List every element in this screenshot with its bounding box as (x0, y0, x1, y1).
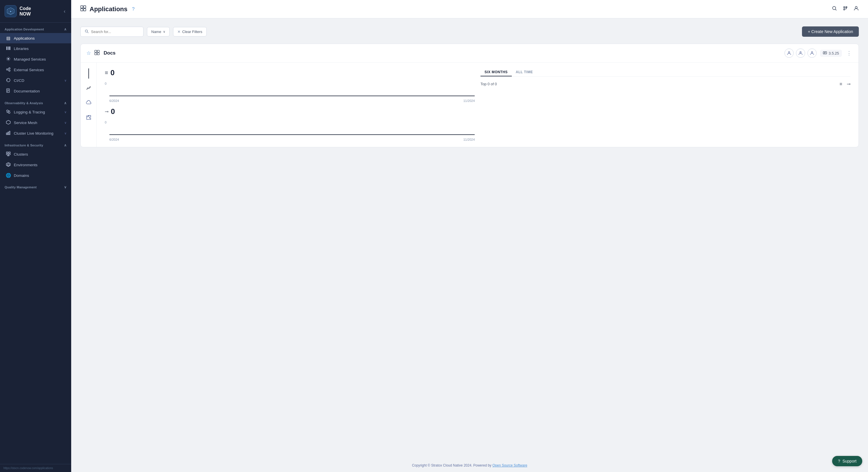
chevron-up-icon: ∧ (64, 27, 67, 31)
name-filter-button[interactable]: Name ∨ (147, 27, 169, 36)
chart-content: ≡ 0 0 6/2024 11/2024 (97, 63, 859, 147)
svg-rect-44 (95, 50, 97, 52)
sidebar-item-documentation[interactable]: Documentation (0, 86, 71, 96)
managed-services-icon (6, 57, 11, 62)
badge-1[interactable] (784, 49, 794, 58)
metric2-icon: ⊸ (105, 109, 108, 114)
puzzle-sidebar-btn[interactable] (85, 114, 92, 123)
badge-3[interactable] (807, 49, 817, 58)
search-icon (85, 29, 89, 34)
search-input[interactable] (91, 30, 139, 34)
section-header-observability[interactable]: Observability & Analysis ∧ (0, 96, 71, 107)
support-icon: ? (838, 459, 840, 463)
filter-chevron-icon: ∨ (163, 30, 165, 34)
environments-icon (6, 162, 11, 168)
chevron-right-icon: ∨ (64, 79, 67, 82)
tab-all-time[interactable]: ALL TIME (512, 68, 537, 77)
badge-2[interactable] (796, 49, 805, 58)
app-badges (784, 49, 817, 58)
documentation-icon (6, 88, 11, 94)
chevron-down-icon-quality: ∨ (64, 185, 67, 189)
clear-filters-button[interactable]: ✕ Clear Filters (173, 27, 207, 36)
toolbar: Name ∨ ✕ Clear Filters + Create New Appl… (81, 26, 859, 37)
tab-six-months[interactable]: SIX MONTHS (480, 68, 512, 77)
chart2-y-label: 0 (105, 121, 106, 124)
svg-rect-21 (6, 133, 7, 135)
svg-point-50 (811, 52, 813, 53)
sidebar-item-service-mesh[interactable]: Service Mesh ∨ (0, 117, 71, 128)
sidebar-toggle[interactable]: ‹ (63, 7, 67, 16)
more-options-button[interactable]: ⋮ (845, 49, 853, 57)
svg-rect-28 (7, 155, 9, 156)
svg-point-17 (8, 112, 10, 113)
svg-line-10 (8, 69, 9, 69)
sidebar-item-applications[interactable]: ▤ Applications (0, 33, 71, 43)
svg-rect-34 (84, 9, 86, 11)
svg-rect-22 (8, 132, 9, 135)
sidebar-item-logging[interactable]: Logging & Tracing ∨ (0, 107, 71, 117)
chart-controls: Top 0 of 0 ≡ ⊸ (480, 81, 850, 87)
page-icon (81, 5, 86, 12)
search-box[interactable] (81, 27, 144, 37)
git-button[interactable] (843, 6, 848, 12)
sidebar-item-clusters[interactable]: Clusters (0, 149, 71, 159)
applications-icon: ▤ (6, 36, 11, 41)
section-header-quality[interactable]: Quality Management ∨ (0, 181, 71, 191)
right-chart-block: SIX MONTHS ALL TIME Top 0 of 0 ≡ ⊸ (480, 68, 850, 91)
sidebar-item-external-services[interactable]: External Services (0, 65, 71, 75)
app-card-docs: ☆ Docs (81, 43, 859, 147)
metric1-display: ≡ 0 (105, 68, 475, 77)
chart1-line (110, 96, 475, 96)
svg-point-41 (856, 7, 857, 9)
chart2-x-start: 6/2024 (110, 138, 119, 141)
section-header-infra[interactable]: Infrastructure & Security ∧ (0, 139, 71, 149)
svg-point-6 (7, 58, 9, 60)
svg-point-42 (85, 30, 88, 32)
page-header: Applications ? (71, 0, 868, 19)
content-area: Name ∨ ✕ Clear Filters + Create New Appl… (71, 19, 868, 459)
sidebar-item-libraries[interactable]: Libraries (0, 43, 71, 54)
sidebar-item-environments[interactable]: Environments (0, 159, 71, 170)
open-source-link[interactable]: Open Source Software (492, 463, 527, 467)
svg-point-2 (10, 11, 11, 12)
x-icon: ✕ (177, 30, 181, 34)
card-sidebar (81, 63, 97, 147)
svg-rect-51 (823, 52, 827, 54)
list-view-button[interactable]: ≡ (840, 81, 842, 87)
svg-line-43 (88, 32, 89, 33)
svg-point-35 (833, 7, 836, 10)
app-card-header: ☆ Docs (81, 44, 859, 63)
sidebar: Code NOW ‹ Application Development ∧ ▤ A… (0, 0, 71, 472)
svg-rect-46 (95, 53, 97, 55)
sidebar-item-domains[interactable]: 🌐 Domains (0, 170, 71, 181)
support-button[interactable]: ? Support (832, 456, 862, 466)
sidebar-item-cluster-monitoring[interactable]: Cluster Live Monitoring ∨ (0, 128, 71, 139)
page-title: Applications (90, 5, 127, 13)
search-button[interactable] (832, 6, 837, 12)
app-type-icon (94, 50, 100, 57)
chart-sidebar-btn[interactable] (85, 84, 92, 93)
cloud-sidebar-btn[interactable] (85, 99, 92, 108)
svg-rect-33 (81, 9, 83, 11)
help-icon[interactable]: ? (132, 7, 135, 12)
metric1-icon: ≡ (105, 69, 108, 76)
chevron-logging: ∨ (64, 110, 67, 114)
user-button[interactable] (854, 6, 859, 12)
chart1-x-start: 6/2024 (110, 99, 119, 102)
logo-text: Code NOW (20, 6, 31, 17)
sidebar-item-managed-services[interactable]: Managed Services (0, 54, 71, 65)
filter-view-button[interactable]: ⊸ (847, 81, 850, 87)
svg-point-37 (844, 9, 845, 10)
logo-area: Code NOW ‹ (0, 0, 71, 23)
chevron-up-icon-infra: ∧ (64, 143, 67, 147)
section-header-app-dev[interactable]: Application Development ∧ (0, 23, 71, 33)
svg-point-7 (7, 69, 8, 70)
svg-rect-32 (84, 6, 86, 8)
favorite-button[interactable]: ☆ (86, 50, 91, 56)
svg-rect-3 (6, 47, 7, 50)
svg-marker-20 (6, 120, 10, 124)
sidebar-item-cicd[interactable]: CI/CD ∨ (0, 75, 71, 86)
chart-control-icons: ≡ ⊸ (840, 81, 850, 87)
svg-point-38 (844, 7, 845, 8)
create-application-button[interactable]: + Create New Application (802, 26, 859, 37)
